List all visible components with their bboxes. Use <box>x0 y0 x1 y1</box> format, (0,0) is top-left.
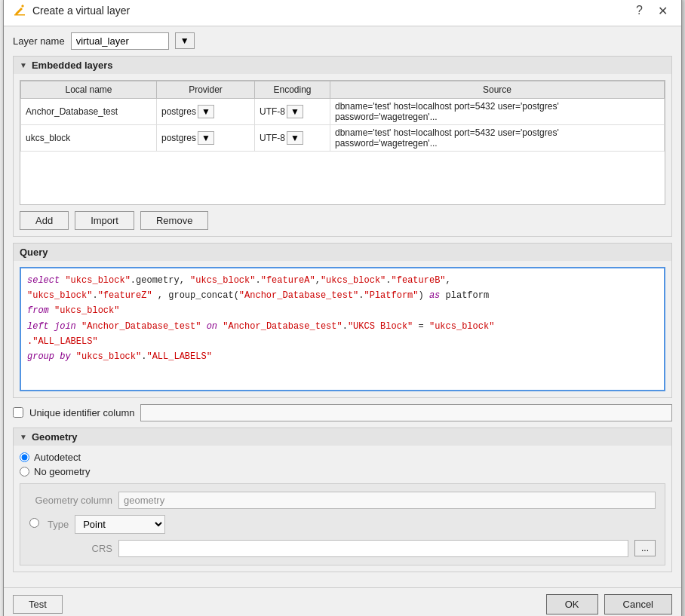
col-header-provider: Provider <box>157 81 255 98</box>
query-token: from <box>27 305 54 316</box>
crs-browse-button[interactable]: ... <box>634 540 656 556</box>
crs-label: CRS <box>29 543 112 554</box>
table-row[interactable]: ukcs_block postgres ▼ UTF-8 ▼ dbname='te… <box>21 124 665 151</box>
query-token: "Platform" <box>364 290 419 301</box>
cell-local-name: Anchor_Database_test <box>21 98 157 124</box>
cell-encoding: UTF-8 ▼ <box>255 98 330 124</box>
cell-source: dbname='test' host=localhost port=5432 u… <box>330 98 665 124</box>
help-button[interactable]: ? <box>631 2 647 19</box>
crs-row: CRS ... <box>29 540 656 557</box>
query-token: , <box>315 275 321 286</box>
query-token: .geometry, <box>131 275 190 286</box>
autodetect-radio[interactable] <box>20 452 29 462</box>
embedded-layers-table-wrapper: Local name Provider Encoding Source Anch… <box>20 80 665 205</box>
embedded-layers-title: Embedded layers <box>32 60 113 71</box>
query-token: "Anchor_Database_test" <box>81 321 201 332</box>
query-token: on <box>207 321 217 332</box>
embedded-layers-table: Local name Provider Encoding Source Anch… <box>20 81 665 152</box>
test-button[interactable]: Test <box>13 595 63 614</box>
unique-identifier-input[interactable] <box>140 404 672 421</box>
close-button[interactable]: ✕ <box>653 2 672 20</box>
unique-identifier-row: Unique identifier column <box>13 404 672 421</box>
ok-button[interactable]: OK <box>546 594 598 614</box>
svg-marker-1 <box>15 8 23 15</box>
create-virtual-layer-dialog: Create a virtual layer ? ✕ Layer name ▼ … <box>3 0 682 616</box>
query-token: . <box>92 290 97 301</box>
query-header[interactable]: Query <box>14 244 671 261</box>
col-header-source: Source <box>330 81 665 98</box>
query-line: "ukcs_block"."featureZ" , group_concat("… <box>27 288 658 303</box>
dialog-footer: Test OK Cancel <box>4 587 681 617</box>
type-label: Type <box>48 519 69 530</box>
embedded-layers-section: ▼ Embedded layers Local name Provider En… <box>13 56 672 237</box>
geometry-header[interactable]: ▼ Geometry <box>14 428 671 446</box>
query-token: left join <box>27 321 81 332</box>
encoding-value: UTF-8 <box>260 106 285 117</box>
layer-name-label: Layer name <box>13 35 65 47</box>
query-token: "ALL_LABELS" <box>146 351 211 362</box>
no-geometry-radio[interactable] <box>20 467 29 477</box>
provider-dropdown[interactable]: ▼ <box>198 131 214 145</box>
query-title: Query <box>20 247 48 258</box>
type-select[interactable]: Point Line Polygon <box>75 515 165 534</box>
geometry-body: Autodetect No geometry Geometry column <box>14 446 671 572</box>
unique-identifier-checkbox[interactable] <box>13 407 23 418</box>
import-button[interactable]: Import <box>75 211 134 230</box>
query-body: select "ukcs_block".geometry, "ukcs_bloc… <box>14 261 671 397</box>
embedded-layers-chevron: ▼ <box>20 61 27 69</box>
cell-encoding: UTF-8 ▼ <box>255 124 330 151</box>
geometry-column-input[interactable] <box>118 492 656 509</box>
remove-button[interactable]: Remove <box>140 211 208 230</box>
layer-name-input[interactable] <box>71 32 169 50</box>
query-token: select <box>27 275 65 286</box>
query-token: , <box>446 275 451 286</box>
provider-value: postgres <box>161 133 196 143</box>
query-token: "featureA" <box>261 275 315 286</box>
table-empty-area <box>20 152 665 204</box>
geometry-fields: Geometry column Type Point Line Polygon <box>20 483 665 565</box>
query-token: "Anchor_Database_test" <box>223 321 342 332</box>
title-bar-left: Create a virtual layer <box>13 4 130 17</box>
cell-provider: postgres ▼ <box>157 124 255 151</box>
query-editor[interactable]: select "ukcs_block".geometry, "ukcs_bloc… <box>20 267 665 391</box>
query-token: , group_concat( <box>152 290 239 301</box>
autodetect-row: Autodetect <box>20 452 665 463</box>
query-token: platform <box>440 290 489 301</box>
query-token: "ukcs_block" <box>321 275 386 286</box>
cell-provider: postgres ▼ <box>157 98 255 124</box>
geometry-column-label: Geometry column <box>29 495 112 506</box>
type-radio[interactable] <box>29 518 39 528</box>
no-geometry-label: No geometry <box>34 466 90 477</box>
query-token: "ukcs_block" <box>54 305 119 316</box>
provider-dropdown[interactable]: ▼ <box>198 105 214 118</box>
encoding-dropdown[interactable]: ▼ <box>287 131 303 145</box>
encoding-dropdown[interactable]: ▼ <box>287 105 303 118</box>
query-token: "featureZ" <box>98 290 152 301</box>
pencil-icon <box>13 4 26 17</box>
query-line: left join "Anchor_Database_test" on "Anc… <box>27 319 658 334</box>
embedded-layers-body: Local name Provider Encoding Source Anch… <box>14 74 671 236</box>
crs-input[interactable] <box>118 540 628 557</box>
query-token: "UKCS Block" <box>348 321 413 332</box>
query-section: Query select "ukcs_block".geometry, "ukc… <box>13 243 672 398</box>
provider-value: postgres <box>161 106 196 117</box>
add-button[interactable]: Add <box>20 211 69 230</box>
query-token: . <box>255 275 260 286</box>
cell-source: dbname='test' host=localhost port=5432 u… <box>330 124 665 151</box>
table-row[interactable]: Anchor_Database_test postgres ▼ UTF-8 ▼ … <box>21 98 665 124</box>
query-token: "ukcs_block" <box>190 275 255 286</box>
embedded-layers-buttons: Add Import Remove <box>20 211 665 230</box>
svg-rect-0 <box>14 14 25 16</box>
query-token: . <box>358 290 364 301</box>
query-token: "ukcs_block" <box>76 351 141 362</box>
cancel-button[interactable]: Cancel <box>604 594 672 614</box>
embedded-layers-header[interactable]: ▼ Embedded layers <box>14 57 671 74</box>
layer-name-dropdown[interactable]: ▼ <box>175 32 195 49</box>
layer-name-row: Layer name ▼ <box>13 32 672 50</box>
query-token: "Anchor_Database_test" <box>239 290 358 301</box>
dialog-title: Create a virtual layer <box>32 5 130 17</box>
col-header-local-name: Local name <box>21 81 157 98</box>
query-line: select "ukcs_block".geometry, "ukcs_bloc… <box>27 273 658 288</box>
query-token: = <box>413 321 429 332</box>
dialog-body: Layer name ▼ ▼ Embedded layers Local nam… <box>4 26 681 587</box>
